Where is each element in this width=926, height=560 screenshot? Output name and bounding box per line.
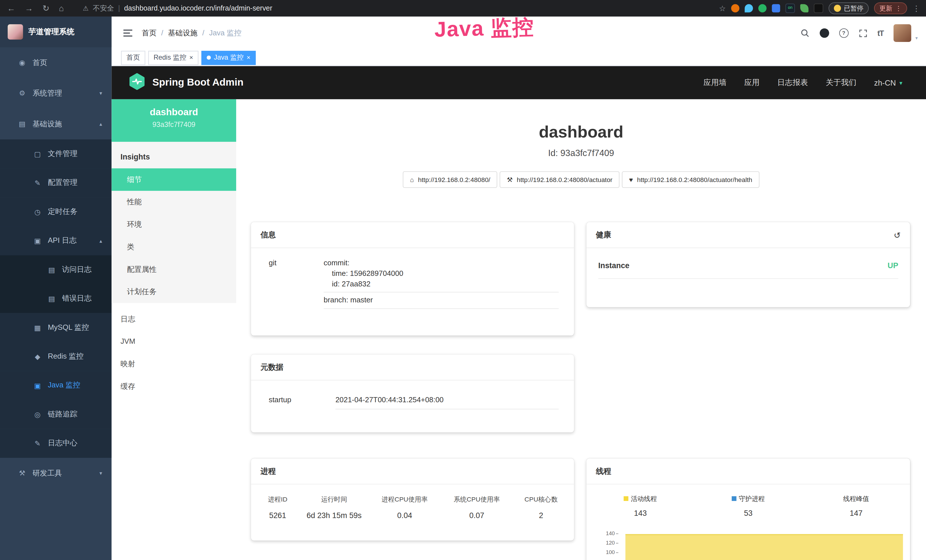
extension-green-icon[interactable]: [758, 4, 767, 12]
bookmark-star-icon[interactable]: ☆: [719, 4, 726, 12]
browser-menu-icon[interactable]: ⋮: [912, 4, 920, 12]
sba-item-logs[interactable]: 日志: [112, 308, 236, 330]
sidebar-item-tracing[interactable]: ◎ 链路追踪: [0, 400, 112, 429]
col-header: 进程CPU使用率: [368, 492, 440, 507]
smiley-icon: [834, 5, 841, 12]
sidebar-item-access-log[interactable]: ▤ 访问日志: [0, 255, 112, 284]
github-icon[interactable]: [820, 28, 829, 38]
sba-item-configprops[interactable]: 配置属性: [112, 258, 236, 281]
card-title: 元数据: [260, 362, 283, 372]
extension-fox-icon[interactable]: [731, 4, 740, 12]
sidebar-item-config-mgmt[interactable]: ✎ 配置管理: [0, 168, 112, 197]
sba-item-scheduled-tasks[interactable]: 计划任务: [112, 281, 236, 303]
y-tick: 140: [596, 531, 618, 537]
forward-icon[interactable]: →: [25, 3, 33, 13]
process-cpu: 0.04: [368, 507, 440, 524]
sidebar-item-label: 首页: [33, 58, 47, 68]
close-icon[interactable]: ×: [189, 54, 193, 61]
sba-nav-journal[interactable]: 日志报表: [777, 77, 808, 88]
extension-drop-icon[interactable]: [744, 4, 753, 12]
instance-id: 93a3fc7f7409: [112, 120, 236, 129]
sba-item-mappings[interactable]: 映射: [112, 353, 236, 375]
service-url-button[interactable]: ⌂ http://192.168.0.2:48080/: [403, 171, 497, 188]
close-icon[interactable]: ×: [247, 54, 250, 61]
sidebar-item-home[interactable]: ◉ 首页: [0, 47, 112, 78]
process-pid: 5261: [256, 507, 300, 524]
extensions-puzzle-icon[interactable]: [814, 3, 823, 13]
update-button[interactable]: 更新 ⋮: [874, 2, 907, 14]
sba-language-select[interactable]: zh-CN ▾: [874, 78, 902, 87]
app-logo-header[interactable]: 芋道管理系统: [0, 17, 112, 47]
sba-item-metrics[interactable]: 性能: [112, 191, 236, 213]
sidebar-item-mysql-monitor[interactable]: ▦ MySQL 监控: [0, 313, 112, 342]
avatar[interactable]: [893, 24, 911, 42]
sidebar-item-java-monitor[interactable]: ▣ Java 监控: [0, 371, 112, 400]
gear-icon: ⚙: [18, 89, 27, 98]
sidebar-item-redis-monitor[interactable]: ◆ Redis 监控: [0, 342, 112, 371]
search-icon[interactable]: [800, 28, 809, 38]
sidebar-item-label: Java 监控: [48, 381, 80, 390]
sidebar-item-label: API 日志: [48, 236, 77, 246]
help-icon[interactable]: ?: [839, 28, 849, 38]
sidebar-item-api-log[interactable]: ▣ API 日志 ▴: [0, 226, 112, 255]
chevron-up-icon: ▴: [100, 238, 102, 244]
sba-nav-about[interactable]: 关于我们: [826, 77, 856, 88]
threads-card-header: 线程: [586, 459, 910, 484]
breadcrumb-home[interactable]: 首页: [142, 28, 157, 38]
tab-home[interactable]: 首页: [121, 50, 145, 65]
health-instance-row[interactable]: Instance UP: [598, 261, 898, 279]
sidebar-item-file-mgmt[interactable]: ▢ 文件管理: [0, 139, 112, 168]
sba-item-classes[interactable]: 类: [112, 236, 236, 258]
sba-nav-wallboard[interactable]: 应用墙: [704, 77, 727, 88]
back-icon[interactable]: ←: [7, 3, 15, 13]
extension-leaf-icon[interactable]: [800, 4, 808, 12]
history-icon[interactable]: ↺: [894, 230, 900, 240]
reload-icon[interactable]: ↻: [42, 3, 49, 13]
sba-item-jvm[interactable]: JVM: [112, 330, 236, 353]
metadata-row: startup 2021-04-27T00:44:31.254+08:00: [269, 396, 559, 409]
update-label: 更新: [879, 4, 892, 12]
paused-badge[interactable]: 已暂停: [828, 2, 869, 14]
legend-label: 守护进程: [739, 494, 765, 503]
sba-nav-applications[interactable]: 应用: [744, 77, 760, 88]
legend-yellow-swatch: [624, 496, 629, 501]
font-size-icon[interactable]: tT: [878, 29, 884, 37]
breadcrumb-infra[interactable]: 基础设施: [168, 28, 198, 38]
file-icon: ▢: [33, 150, 42, 158]
card-title: 健康: [596, 230, 611, 241]
hamburger-icon[interactable]: [124, 30, 132, 37]
health-url-button[interactable]: ♥ http://192.168.0.2:48080/actuator/heal…: [622, 171, 760, 188]
tab-java-monitor[interactable]: Java 监控 ×: [201, 50, 256, 65]
sba-item-environment[interactable]: 环境: [112, 213, 236, 236]
sba-navbar: Spring Boot Admin 应用墙 应用 日志报表 关于我们 zh-CN…: [112, 66, 926, 99]
sba-instance-header[interactable]: dashboard 93a3fc7f7409: [112, 99, 236, 142]
fullscreen-icon[interactable]: [858, 29, 867, 37]
sidebar-item-infra[interactable]: ▤ 基础设施 ▴: [0, 109, 112, 139]
extension-onetab-icon[interactable]: on: [785, 3, 795, 13]
sba-item-details[interactable]: 细节: [112, 168, 236, 191]
sidebar-item-error-log[interactable]: ▤ 错误日志: [0, 284, 112, 313]
topbar-actions: ? tT ▾: [800, 24, 926, 42]
avatar-caret-icon[interactable]: ▾: [915, 35, 918, 42]
sidebar-item-system[interactable]: ⚙ 系统管理 ▾: [0, 78, 112, 109]
browser-home-icon[interactable]: ⌂: [59, 3, 64, 13]
app-title: 芋道管理系统: [28, 27, 74, 37]
sidebar-item-log-center[interactable]: ✎ 日志中心: [0, 429, 112, 458]
card-title: 进程: [260, 466, 276, 477]
extension-grid-icon[interactable]: [772, 4, 780, 12]
breadcrumb-separator: /: [202, 29, 204, 37]
sba-item-caches[interactable]: 缓存: [112, 375, 236, 398]
address-bar[interactable]: ⚠ 不安全 | dashboard.yudao.iocoder.cn/infra…: [71, 3, 719, 13]
sidebar-item-dev-tools[interactable]: ⚒ 研发工具 ▾: [0, 458, 112, 489]
sidebar-item-scheduled-jobs[interactable]: ◷ 定时任务: [0, 197, 112, 226]
sba-brand[interactable]: Spring Boot Admin: [128, 73, 243, 93]
actuator-url-button[interactable]: ⚒ http://192.168.0.2:48080/actuator: [500, 171, 619, 188]
tab-redis-monitor[interactable]: Redis 监控 ×: [148, 50, 198, 65]
paused-label: 已暂停: [844, 4, 863, 12]
sidebar-item-label: MySQL 监控: [48, 322, 89, 333]
instance-label: Instance: [598, 261, 629, 270]
security-label[interactable]: 不安全: [93, 3, 114, 13]
url-text[interactable]: dashboard.yudao.iocoder.cn/infra/admin-s…: [124, 4, 272, 12]
tab-label: Redis 监控: [153, 53, 186, 62]
tab-bar: 首页 Redis 监控 × Java 监控 ×: [112, 50, 926, 66]
